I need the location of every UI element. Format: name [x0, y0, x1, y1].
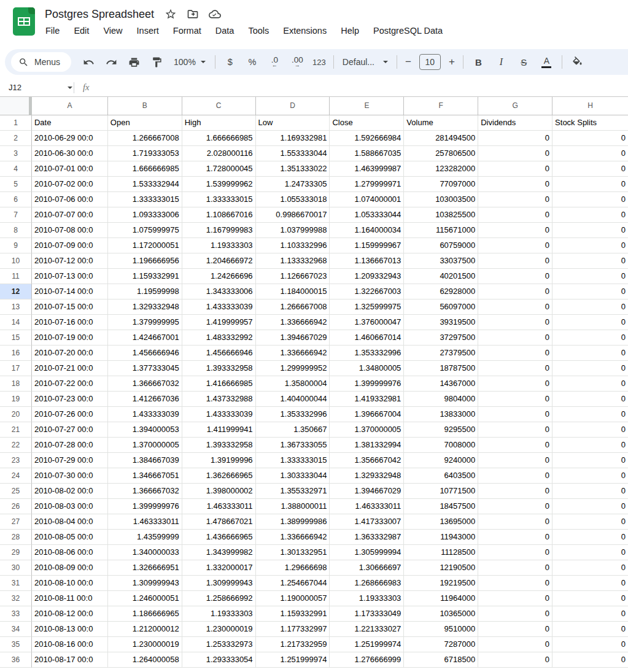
increase-decimal-button[interactable]: .00→: [286, 52, 309, 72]
cell-A9[interactable]: 2010-07-09 00:0: [32, 238, 108, 253]
cell-F22[interactable]: 7008000: [404, 438, 478, 453]
cell-E18[interactable]: 1.399999976: [330, 376, 404, 392]
cell-B7[interactable]: 1.093333006: [108, 207, 182, 223]
cell-H3[interactable]: 0: [552, 146, 628, 161]
cell-G16[interactable]: 0: [478, 346, 552, 361]
row-header-14[interactable]: 14: [0, 315, 32, 330]
column-header-D[interactable]: D: [256, 97, 330, 115]
undo-button[interactable]: [77, 52, 100, 72]
cell-B17[interactable]: 1.377333045: [108, 361, 182, 376]
cell-E35[interactable]: 1.251999974: [330, 637, 404, 652]
menu-item-tools[interactable]: Tools: [243, 24, 274, 37]
cell-F16[interactable]: 27379500: [404, 346, 478, 361]
cell-E9[interactable]: 1.159999967: [330, 238, 404, 253]
cell-H35[interactable]: 0: [552, 637, 628, 652]
cell-D22[interactable]: 1.367333055: [256, 438, 330, 453]
cell-C16[interactable]: 1.456666946: [182, 346, 256, 361]
cell-D19[interactable]: 1.404000044: [256, 392, 330, 407]
cell-C30[interactable]: 1.332000017: [182, 560, 256, 576]
cell-C35[interactable]: 1.253332973: [182, 637, 256, 652]
cell-F18[interactable]: 14367000: [404, 376, 478, 392]
row-header-25[interactable]: 25: [0, 484, 32, 499]
cell-H9[interactable]: 0: [552, 238, 628, 253]
cell-F28[interactable]: 11943000: [404, 530, 478, 545]
cell-A6[interactable]: 2010-07-06 00:0: [32, 192, 108, 207]
cell-C1[interactable]: High: [182, 115, 256, 131]
cell-F17[interactable]: 18787500: [404, 361, 478, 376]
cell-E10[interactable]: 1.136667013: [330, 253, 404, 269]
cell-F14[interactable]: 39319500: [404, 315, 478, 330]
cell-H11[interactable]: 0: [552, 269, 628, 284]
cell-H30[interactable]: 0: [552, 560, 628, 576]
decrease-font-size-button[interactable]: −: [401, 56, 416, 68]
cell-E23[interactable]: 1.356667042: [330, 453, 404, 468]
row-header-30[interactable]: 30: [0, 560, 32, 576]
row-header-12[interactable]: 12: [0, 284, 32, 299]
row-header-7[interactable]: 7: [0, 207, 32, 223]
row-header-19[interactable]: 19: [0, 392, 32, 407]
row-header-34[interactable]: 34: [0, 622, 32, 637]
font-size-input[interactable]: 10: [419, 54, 441, 70]
cell-F31[interactable]: 19219500: [404, 576, 478, 591]
row-header-24[interactable]: 24: [0, 468, 32, 484]
sheets-logo-icon[interactable]: [13, 7, 35, 36]
cell-H17[interactable]: 0: [552, 361, 628, 376]
cell-E21[interactable]: 1.370000005: [330, 422, 404, 438]
cell-C25[interactable]: 1.398000002: [182, 484, 256, 499]
row-header-27[interactable]: 27: [0, 514, 32, 530]
cell-D23[interactable]: 1.333333015: [256, 453, 330, 468]
cell-A5[interactable]: 2010-07-02 00:0: [32, 177, 108, 192]
cell-F7[interactable]: 103825500: [404, 207, 478, 223]
cell-D11[interactable]: 1.126667023: [256, 269, 330, 284]
cell-G18[interactable]: 0: [478, 376, 552, 392]
cell-D6[interactable]: 1.055333018: [256, 192, 330, 207]
column-header-E[interactable]: E: [330, 97, 404, 115]
cell-E15[interactable]: 1.460667014: [330, 330, 404, 346]
cell-F26[interactable]: 18457500: [404, 499, 478, 514]
cell-F21[interactable]: 9295500: [404, 422, 478, 438]
cell-F34[interactable]: 9510000: [404, 622, 478, 637]
italic-button[interactable]: I: [490, 52, 513, 72]
cell-F24[interactable]: 6403500: [404, 468, 478, 484]
cell-C19[interactable]: 1.437332988: [182, 392, 256, 407]
cell-C31[interactable]: 1.309999943: [182, 576, 256, 591]
row-header-13[interactable]: 13: [0, 299, 32, 315]
menus-search[interactable]: Menus: [11, 52, 71, 72]
cell-B36[interactable]: 1.264000058: [108, 652, 182, 668]
cell-H27[interactable]: 0: [552, 514, 628, 530]
cell-D10[interactable]: 1.133332968: [256, 253, 330, 269]
cell-C34[interactable]: 1.230000019: [182, 622, 256, 637]
cell-G1[interactable]: Dividends: [478, 115, 552, 131]
cell-C15[interactable]: 1.483332992: [182, 330, 256, 346]
cell-F9[interactable]: 60759000: [404, 238, 478, 253]
cell-G9[interactable]: 0: [478, 238, 552, 253]
row-header-9[interactable]: 9: [0, 238, 32, 253]
row-header-29[interactable]: 29: [0, 545, 32, 560]
cell-A1[interactable]: Date: [32, 115, 108, 131]
row-header-31[interactable]: 31: [0, 576, 32, 591]
cell-G4[interactable]: 0: [478, 161, 552, 177]
cell-C2[interactable]: 1.666666985: [182, 131, 256, 146]
cell-B35[interactable]: 1.230000019: [108, 637, 182, 652]
cell-A25[interactable]: 2010-08-02 00:0: [32, 484, 108, 499]
cell-D34[interactable]: 1.177332997: [256, 622, 330, 637]
select-all-corner[interactable]: [0, 97, 32, 115]
cell-C9[interactable]: 1.19333303: [182, 238, 256, 253]
cell-G13[interactable]: 0: [478, 299, 552, 315]
cell-F32[interactable]: 11964000: [404, 591, 478, 606]
cell-G8[interactable]: 0: [478, 223, 552, 238]
cell-F1[interactable]: Volume: [404, 115, 478, 131]
cell-F27[interactable]: 13695000: [404, 514, 478, 530]
cell-C27[interactable]: 1.478667021: [182, 514, 256, 530]
cell-B32[interactable]: 1.246000051: [108, 591, 182, 606]
cell-A30[interactable]: 2010-08-09 00:0: [32, 560, 108, 576]
cell-A15[interactable]: 2010-07-19 00:0: [32, 330, 108, 346]
cell-D1[interactable]: Low: [256, 115, 330, 131]
cell-A3[interactable]: 2010-06-30 00:0: [32, 146, 108, 161]
star-icon[interactable]: [164, 7, 177, 21]
cell-H4[interactable]: 0: [552, 161, 628, 177]
cell-A2[interactable]: 2010-06-29 00:0: [32, 131, 108, 146]
cell-B4[interactable]: 1.666666985: [108, 161, 182, 177]
cell-B12[interactable]: 1.19599998: [108, 284, 182, 299]
cell-D9[interactable]: 1.103332996: [256, 238, 330, 253]
